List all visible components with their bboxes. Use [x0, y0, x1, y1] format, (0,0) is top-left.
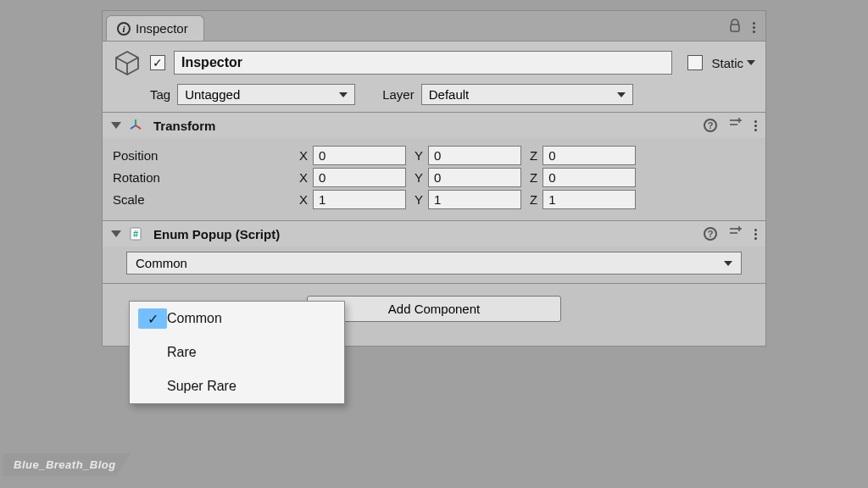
chevron-down-icon [724, 261, 732, 266]
svg-line-2 [136, 125, 141, 129]
inspector-panel: i Inspector ✓ Static Tag Unta [102, 10, 766, 347]
gameobject-name-field[interactable] [174, 51, 672, 75]
tab-bar-controls [729, 19, 765, 41]
static-checkbox[interactable] [687, 55, 703, 70]
transform-icon [128, 118, 143, 133]
enabled-checkbox[interactable]: ✓ [150, 55, 165, 70]
help-icon[interactable]: ? [704, 227, 717, 241]
component-menu-icon[interactable] [754, 120, 757, 131]
foldout-icon [111, 122, 121, 129]
enum-popup-title: Enum Popup (Script) [153, 227, 280, 241]
gameobject-row-taglayer: Tag Untagged Layer Default [113, 84, 755, 105]
static-dropdown-caret[interactable] [747, 60, 755, 65]
inspector-tab[interactable]: i Inspector [106, 15, 204, 41]
chevron-down-icon [339, 92, 348, 97]
enum-dropdown[interactable]: Common [126, 252, 742, 274]
info-icon: i [117, 22, 131, 36]
gameobject-row-main: ✓ Static [113, 48, 755, 77]
svg-text:#: # [133, 229, 138, 239]
enum-option-rare[interactable]: Rare [130, 336, 344, 369]
enum-option-common[interactable]: ✓ Common [130, 302, 344, 336]
enum-option-super-rare[interactable]: Super Rare [130, 369, 344, 403]
enum-popup-component: # Enum Popup (Script) ? Common [103, 221, 765, 284]
preset-icon[interactable] [729, 118, 743, 133]
transform-title: Transform [153, 119, 215, 133]
tab-bar: i Inspector [103, 11, 765, 42]
scale-x-field[interactable] [313, 190, 406, 209]
tab-menu-icon[interactable] [753, 22, 755, 33]
rotation-row: Rotation X Y Z [113, 168, 755, 187]
layer-label: Layer [382, 87, 415, 102]
tab-label: Inspector [136, 21, 188, 36]
chevron-down-icon [617, 92, 626, 97]
transform-component: Transform ? Position X Y Z Rotation X Y … [103, 113, 765, 221]
component-menu-icon[interactable] [754, 229, 757, 240]
enum-popup-header[interactable]: # Enum Popup (Script) ? [103, 221, 765, 247]
position-y-field[interactable] [428, 146, 521, 165]
rotation-x-field[interactable] [313, 168, 406, 187]
add-component-button[interactable]: Add Component [307, 296, 561, 322]
layer-dropdown[interactable]: Default [421, 84, 633, 105]
svg-rect-0 [731, 25, 739, 31]
rotation-y-field[interactable] [428, 168, 521, 187]
rotation-z-field[interactable] [542, 168, 636, 187]
help-icon[interactable]: ? [704, 119, 717, 132]
static-label: Static [711, 56, 755, 70]
enum-popup-menu: ✓ Common Rare Super Rare [129, 301, 345, 404]
lock-icon[interactable] [729, 19, 741, 36]
preset-icon[interactable] [729, 226, 743, 241]
position-z-field[interactable] [542, 146, 636, 165]
gameobject-header: ✓ Static Tag Untagged Layer Default [103, 42, 765, 113]
watermark: Blue_Breath_Blog [3, 453, 131, 476]
tag-label: Tag [150, 87, 170, 102]
tag-dropdown[interactable]: Untagged [177, 84, 355, 105]
svg-line-3 [131, 125, 136, 129]
transform-header[interactable]: Transform ? [103, 113, 765, 138]
script-icon: # [128, 226, 143, 241]
scale-z-field[interactable] [542, 190, 636, 209]
position-row: Position X Y Z [113, 146, 755, 165]
transform-body: Position X Y Z Rotation X Y Z Scale X Y … [103, 138, 765, 220]
scale-row: Scale X Y Z [113, 190, 755, 209]
gameobject-cube-icon[interactable] [113, 48, 142, 77]
scale-y-field[interactable] [428, 190, 521, 209]
enum-popup-controls: ? [704, 226, 757, 241]
position-x-field[interactable] [313, 146, 406, 165]
transform-controls: ? [704, 118, 757, 133]
check-icon: ✓ [138, 308, 167, 329]
enum-popup-body: Common [103, 247, 765, 283]
foldout-icon [111, 230, 121, 237]
